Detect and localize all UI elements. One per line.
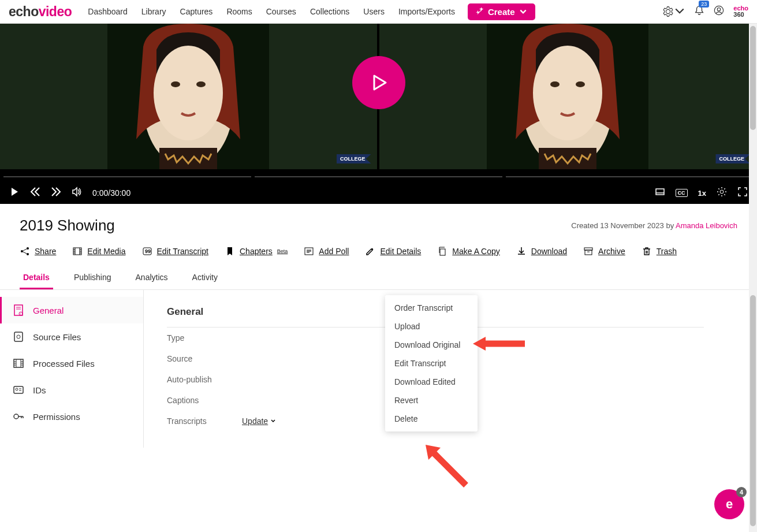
dd-upload[interactable]: Upload xyxy=(385,317,478,336)
sidebar-item-ids[interactable]: IDs xyxy=(0,377,143,403)
archive-icon xyxy=(583,246,594,256)
fullscreen-icon xyxy=(737,187,748,197)
scroll-thumb-1[interactable] xyxy=(750,26,756,130)
dd-order-transcript[interactable]: Order Transcript xyxy=(385,299,478,317)
svg-point-58 xyxy=(16,388,18,390)
sidebar-item-general[interactable]: i General xyxy=(0,297,143,323)
echo360-bottom: 360 xyxy=(733,12,748,18)
cc-control[interactable]: CC xyxy=(676,189,688,197)
dd-revert[interactable]: Revert xyxy=(385,391,478,410)
dd-edit-transcript[interactable]: Edit Transcript xyxy=(385,354,478,373)
nav-rooms[interactable]: Rooms xyxy=(226,7,252,16)
tab-details[interactable]: Details xyxy=(20,267,53,289)
player-settings-control[interactable] xyxy=(717,187,727,199)
nav-courses[interactable]: Courses xyxy=(266,7,296,16)
nav-captures[interactable]: Captures xyxy=(180,7,213,16)
nav-imports-exports[interactable]: Imports/Exports xyxy=(398,7,455,16)
dd-delete[interactable]: Delete xyxy=(385,410,478,428)
meta-info: Created 13 November 2023 by Amanda Leibo… xyxy=(571,221,737,230)
gear-icon xyxy=(663,6,673,17)
notifications-button[interactable]: 23 xyxy=(694,5,704,18)
svg-point-4 xyxy=(154,46,223,140)
portrait-image-right xyxy=(487,24,648,169)
meta-author-link[interactable]: Amanda Leibovich xyxy=(676,221,737,230)
video-frame-right[interactable]: COLLEGE xyxy=(379,24,756,169)
chat-fab[interactable]: e 4 xyxy=(714,489,744,519)
edit-details-action[interactable]: Edit Details xyxy=(365,246,421,256)
forward-control[interactable] xyxy=(51,187,61,199)
svg-rect-38 xyxy=(584,248,592,250)
progress-segment-2[interactable] xyxy=(255,176,502,177)
svg-point-6 xyxy=(196,81,206,87)
echo360-logo[interactable]: echo 360 xyxy=(733,5,748,18)
svg-point-5 xyxy=(171,81,180,87)
svg-point-12 xyxy=(576,81,585,87)
nav-dashboard[interactable]: Dashboard xyxy=(88,7,128,16)
svg-point-19 xyxy=(27,253,29,255)
progress-segment-1[interactable] xyxy=(3,176,251,177)
video-frame-left[interactable]: COLLEGE xyxy=(0,24,377,169)
svg-point-61 xyxy=(14,414,18,419)
svg-text:i: i xyxy=(20,312,21,315)
quote-icon: 99 xyxy=(142,246,152,256)
share-action[interactable]: Share xyxy=(20,246,56,256)
speed-control[interactable]: 1x xyxy=(698,189,706,198)
edit-transcript-action[interactable]: 99Edit Transcript xyxy=(142,246,208,256)
archive-action[interactable]: Archive xyxy=(583,246,625,256)
trash-icon xyxy=(642,246,652,256)
svg-rect-39 xyxy=(585,250,592,255)
tabs: Details Publishing Analytics Activity xyxy=(0,267,757,290)
svg-rect-37 xyxy=(440,249,445,255)
tab-analytics[interactable]: Analytics xyxy=(132,267,171,289)
add-poll-action[interactable]: Add Poll xyxy=(304,246,349,256)
scroll-thumb-2[interactable] xyxy=(750,295,756,526)
play-control[interactable] xyxy=(9,187,20,199)
svg-point-1 xyxy=(718,8,721,11)
create-button[interactable]: Create xyxy=(468,3,535,20)
gear-icon xyxy=(717,187,727,197)
dd-download-original[interactable]: Download Original xyxy=(385,336,478,354)
notification-count-badge: 23 xyxy=(699,1,709,8)
key-icon xyxy=(12,410,25,423)
settings-dropdown[interactable] xyxy=(663,6,685,17)
nav-library[interactable]: Library xyxy=(141,7,166,16)
volume-icon xyxy=(72,187,82,197)
dd-download-edited[interactable]: Download Edited xyxy=(385,373,478,391)
play-button[interactable] xyxy=(352,56,405,109)
user-circle-icon xyxy=(714,5,724,16)
tab-activity[interactable]: Activity xyxy=(189,267,221,289)
meta-created-text: Created 13 November 2023 by xyxy=(571,221,676,230)
trash-action[interactable]: Trash xyxy=(642,246,677,256)
sidebar-item-processed-files[interactable]: Processed Files xyxy=(0,350,143,377)
tab-publishing[interactable]: Publishing xyxy=(70,267,115,289)
edit-media-action[interactable]: Edit Media xyxy=(72,246,125,256)
annotation-arrow-2 xyxy=(420,439,472,491)
svg-point-17 xyxy=(21,250,23,252)
sidebar-item-source-files[interactable]: Source Files xyxy=(0,323,143,350)
account-button[interactable] xyxy=(714,5,724,18)
page-scrollbar[interactable] xyxy=(749,24,757,532)
svg-point-11 xyxy=(550,81,560,87)
svg-rect-41 xyxy=(14,305,23,315)
chapters-action[interactable]: ChaptersBeta xyxy=(225,246,288,256)
svg-point-10 xyxy=(533,46,602,140)
rewind-control[interactable] xyxy=(30,187,40,199)
sidebar-item-permissions[interactable]: Permissions xyxy=(0,403,143,430)
volume-control[interactable] xyxy=(72,187,82,199)
svg-text:99: 99 xyxy=(145,248,151,254)
magic-wand-icon xyxy=(476,8,484,16)
college-flag-right: COLLEGE xyxy=(715,154,750,163)
nav-users[interactable]: Users xyxy=(363,7,385,16)
make-copy-action[interactable]: Make A Copy xyxy=(437,246,500,256)
download-icon xyxy=(516,246,527,256)
brand-logo[interactable]: echovideo xyxy=(9,4,72,20)
layout-control[interactable] xyxy=(655,187,665,199)
download-action[interactable]: Download xyxy=(516,246,567,256)
nav-collections[interactable]: Collections xyxy=(310,7,349,16)
annotation-arrow-1 xyxy=(473,335,525,352)
fullscreen-control[interactable] xyxy=(737,187,748,199)
transcripts-update-dropdown[interactable]: Update xyxy=(242,416,276,426)
svg-line-21 xyxy=(23,252,27,254)
progress-row xyxy=(0,169,757,181)
progress-segment-3[interactable] xyxy=(506,176,754,177)
